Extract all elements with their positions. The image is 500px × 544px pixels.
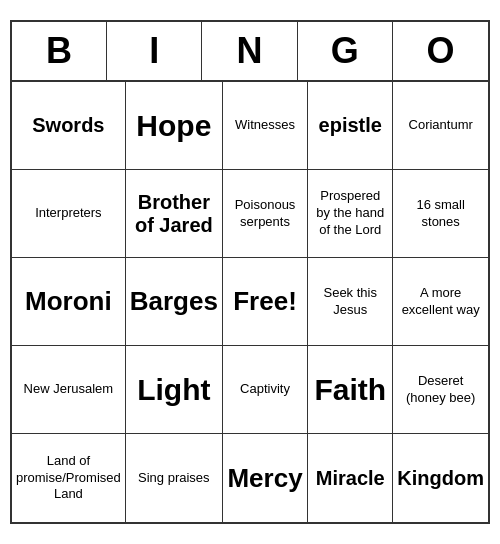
cell-r3-c2[interactable]: Captivity: [223, 346, 308, 434]
cell-r0-c3[interactable]: epistle: [308, 82, 393, 170]
header-letter: B: [12, 22, 107, 80]
cell-r2-c0[interactable]: Moroni: [12, 258, 126, 346]
bingo-grid: SwordsHopeWitnessesepistleCoriantumrInte…: [12, 82, 488, 522]
cell-r4-c2[interactable]: Mercy: [223, 434, 308, 522]
cell-r1-c3[interactable]: Prospered by the hand of the Lord: [308, 170, 393, 258]
cell-r1-c1[interactable]: Brother of Jared: [126, 170, 223, 258]
cell-r4-c3[interactable]: Miracle: [308, 434, 393, 522]
bingo-card: BINGO SwordsHopeWitnessesepistleCoriantu…: [10, 20, 490, 524]
cell-r3-c4[interactable]: Deseret (honey bee): [393, 346, 488, 434]
cell-r0-c2[interactable]: Witnesses: [223, 82, 308, 170]
header-letter: G: [298, 22, 393, 80]
cell-r2-c3[interactable]: Seek this Jesus: [308, 258, 393, 346]
cell-r4-c4[interactable]: Kingdom: [393, 434, 488, 522]
cell-r4-c0[interactable]: Land of promise/Promised Land: [12, 434, 126, 522]
cell-r0-c1[interactable]: Hope: [126, 82, 223, 170]
cell-r4-c1[interactable]: Sing praises: [126, 434, 223, 522]
header-letter: I: [107, 22, 202, 80]
cell-r3-c1[interactable]: Light: [126, 346, 223, 434]
cell-r0-c4[interactable]: Coriantumr: [393, 82, 488, 170]
header-letter: O: [393, 22, 488, 80]
bingo-header: BINGO: [12, 22, 488, 82]
cell-r2-c2[interactable]: Free!: [223, 258, 308, 346]
cell-r2-c4[interactable]: A more excellent way: [393, 258, 488, 346]
cell-r1-c4[interactable]: 16 small stones: [393, 170, 488, 258]
cell-r0-c0[interactable]: Swords: [12, 82, 126, 170]
cell-r3-c3[interactable]: Faith: [308, 346, 393, 434]
cell-r3-c0[interactable]: New Jerusalem: [12, 346, 126, 434]
cell-r1-c2[interactable]: Poisonous serpents: [223, 170, 308, 258]
cell-r1-c0[interactable]: Interpreters: [12, 170, 126, 258]
cell-r2-c1[interactable]: Barges: [126, 258, 223, 346]
header-letter: N: [202, 22, 297, 80]
